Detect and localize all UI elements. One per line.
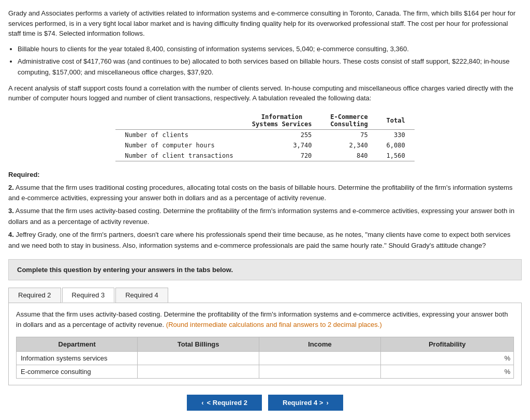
col-header-empty xyxy=(115,112,243,130)
row-clients-info: 255 xyxy=(243,129,321,140)
billings-info-input[interactable] xyxy=(138,352,259,365)
col-income-header: Income xyxy=(259,337,381,352)
table-row: Number of computer hours 3,740 2,340 6,0… xyxy=(115,140,414,151)
row-clients-ecom: 75 xyxy=(321,129,377,140)
bullet-item-2: Administrative cost of $417,760 was (and… xyxy=(18,56,522,78)
req-text-2: Assume that the firm uses traditional co… xyxy=(8,184,512,202)
pct-ecom-symbol: % xyxy=(504,368,513,376)
col-header-total: Total xyxy=(377,112,415,130)
next-required4-button[interactable]: Required 4 > › xyxy=(268,395,343,411)
profitability-ecom-input[interactable] xyxy=(381,365,505,378)
col-billings-header: Total Billings xyxy=(138,337,259,352)
prev-label: < Required 2 xyxy=(207,399,247,407)
profitability-info-input[interactable] xyxy=(381,352,505,365)
col-profitability-header: Profitability xyxy=(380,337,513,352)
req-text-4: Jeffrey Grady, one of the firm's partner… xyxy=(8,231,510,249)
bottom-nav: ‹ < Required 2 Required 4 > › xyxy=(8,395,522,411)
income-ecom-input[interactable] xyxy=(259,365,380,378)
pct-info-symbol: % xyxy=(504,354,513,362)
tab-description: Assume that the firm uses activity-based… xyxy=(16,309,514,329)
dept-ecom: E-commerce consulting xyxy=(17,365,138,379)
tab-required-3[interactable]: Required 3 xyxy=(62,288,115,303)
required-section: Required: 2. Assume that the firm uses t… xyxy=(8,170,522,251)
required-item-4: 4. Jeffrey Grady, one of the firm's part… xyxy=(8,230,522,251)
intro-paragraph1: Grady and Associates performs a variety … xyxy=(8,8,522,39)
prev-required2-button[interactable]: ‹ < Required 2 xyxy=(187,395,262,411)
row-label-transactions: Number of client transactions xyxy=(115,151,243,161)
round-note: (Round intermediate calculations and fin… xyxy=(166,321,382,328)
required-item-2: 2. Assume that the firm uses traditional… xyxy=(8,183,522,204)
billings-info-cell xyxy=(138,352,259,365)
income-ecom-cell xyxy=(259,365,381,379)
answer-row-ecom: E-commerce consulting % xyxy=(17,365,514,379)
data-table: InformationSystems Services E-CommerceCo… xyxy=(115,112,414,161)
billings-ecom-input[interactable] xyxy=(138,365,259,378)
table-row: Number of client transactions 720 840 1,… xyxy=(115,151,414,161)
required-item-3: 3. Assume that the firm uses activity-ba… xyxy=(8,206,522,228)
col-header-info-systems: InformationSystems Services xyxy=(243,112,321,130)
prev-icon: ‹ xyxy=(201,399,203,407)
row-label-clients: Number of clients xyxy=(115,129,243,140)
profitability-info-cell: % xyxy=(380,352,513,365)
complete-box: Complete this question by entering your … xyxy=(8,259,522,280)
tabs-row: Required 2 Required 3 Required 4 xyxy=(8,288,522,303)
row-trans-ecom: 840 xyxy=(321,151,377,161)
row-computer-total: 6,080 xyxy=(377,140,415,151)
answer-row-info: Information systems services % xyxy=(17,352,514,365)
bullet-list: Billable hours to clients for the year t… xyxy=(18,44,522,78)
tab-content-required3: Assume that the firm uses activity-based… xyxy=(8,303,522,385)
next-label: Required 4 > xyxy=(283,399,323,407)
required-label: Required: xyxy=(8,171,40,178)
req-num-2: 2. xyxy=(8,184,14,191)
req-num-4: 4. xyxy=(8,231,14,238)
req-num-3: 3. xyxy=(8,207,14,215)
row-label-computer: Number of computer hours xyxy=(115,140,243,151)
row-computer-ecom: 2,340 xyxy=(321,140,377,151)
col-dept-header: Department xyxy=(17,337,138,352)
tab-required-2[interactable]: Required 2 xyxy=(8,288,61,303)
bullet-item-1: Billable hours to clients for the year t… xyxy=(18,44,522,55)
col-header-ecommerce: E-CommerceConsulting xyxy=(321,112,377,130)
tab-required-4[interactable]: Required 4 xyxy=(115,288,168,303)
profitability-ecom-cell: % xyxy=(380,365,513,379)
row-trans-total: 1,560 xyxy=(377,151,415,161)
income-info-cell xyxy=(259,352,381,365)
table-row: Number of clients 255 75 330 xyxy=(115,129,414,140)
row-trans-info: 720 xyxy=(243,151,321,161)
analysis-paragraph: A recent analysis of staff support costs… xyxy=(8,83,522,103)
complete-box-text: Complete this question by entering your … xyxy=(17,266,233,274)
dept-info: Information systems services xyxy=(17,352,138,365)
answer-table: Department Total Billings Income Profita… xyxy=(16,337,514,379)
next-icon: › xyxy=(326,399,328,407)
row-clients-total: 330 xyxy=(377,129,415,140)
income-info-input[interactable] xyxy=(259,352,380,365)
req-text-3: Assume that the firm uses activity-based… xyxy=(8,207,514,226)
billings-ecom-cell xyxy=(138,365,259,379)
row-computer-info: 3,740 xyxy=(243,140,321,151)
